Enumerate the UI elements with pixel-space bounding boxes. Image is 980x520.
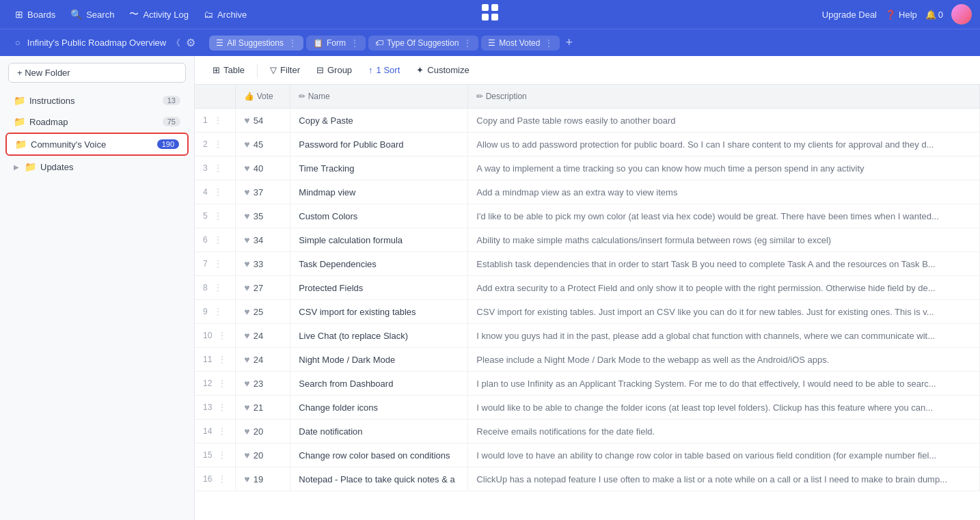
table-view-btn[interactable]: ⊞ Table bbox=[206, 61, 251, 79]
row-num-header bbox=[195, 85, 236, 109]
name-cell[interactable]: Password for Public Board bbox=[290, 133, 468, 156]
row-index-cell: 15 ⋮ bbox=[195, 443, 236, 467]
table-row[interactable]: 13 ⋮ ♥ 21 Change folder icons I would li… bbox=[195, 396, 980, 420]
drag-handle-icon[interactable]: ⋮ bbox=[213, 115, 223, 126]
name-cell[interactable]: Custom Colors bbox=[290, 204, 468, 228]
row-number: 15 bbox=[203, 450, 215, 460]
vote-count: 35 bbox=[254, 211, 263, 221]
add-view-btn[interactable]: + bbox=[565, 36, 573, 50]
name-header-label: Name bbox=[308, 92, 330, 101]
sidebar-item-updates[interactable]: ▶ 📁 Updates bbox=[5, 156, 189, 177]
name-cell[interactable]: Change row color based on conditions bbox=[290, 443, 468, 467]
filter-btn[interactable]: ▽ Filter bbox=[263, 61, 307, 79]
table-row[interactable]: 5 ⋮ ♥ 35 Custom Colors I'd like to be ab… bbox=[195, 204, 980, 228]
boards-nav-btn[interactable]: ⊞ Boards bbox=[8, 5, 62, 23]
table-row[interactable]: 8 ⋮ ♥ 27 Protected Fields Add extra secu… bbox=[195, 276, 980, 300]
row-number: 1 bbox=[203, 115, 210, 125]
customize-btn[interactable]: ✦ Customize bbox=[409, 61, 476, 79]
row-number: 16 bbox=[203, 474, 215, 484]
table-row[interactable]: 7 ⋮ ♥ 33 Task Dependencies Establish tas… bbox=[195, 252, 980, 276]
heart-icon: ♥ bbox=[244, 258, 249, 269]
name-cell[interactable]: Copy & Paste bbox=[290, 109, 468, 133]
vote-column-header[interactable]: 👍 Vote bbox=[236, 85, 290, 109]
name-cell[interactable]: Night Mode / Dark Mode bbox=[290, 348, 468, 372]
vote-count: 27 bbox=[254, 283, 263, 293]
sort-btn[interactable]: ↑ 1 Sort bbox=[362, 61, 407, 79]
table-row[interactable]: 15 ⋮ ♥ 20 Change row color based on cond… bbox=[195, 443, 980, 467]
tab-most-voted[interactable]: ☰ Most Voted ⋮ bbox=[481, 36, 560, 51]
table-row[interactable]: 12 ⋮ ♥ 23 Search from Dashboard I plan t… bbox=[195, 372, 980, 396]
row-number: 5 bbox=[203, 211, 210, 221]
name-cell[interactable]: Task Dependencies bbox=[290, 252, 468, 276]
tab-form[interactable]: 📋 Form ⋮ bbox=[306, 36, 366, 51]
drag-handle-icon[interactable]: ⋮ bbox=[217, 378, 227, 389]
vote-count: 34 bbox=[254, 235, 263, 245]
drag-handle-icon[interactable]: ⋮ bbox=[217, 402, 227, 413]
notifications-btn[interactable]: 🔔 0 bbox=[925, 10, 943, 20]
name-cell[interactable]: Protected Fields bbox=[290, 276, 468, 300]
table-row[interactable]: 2 ⋮ ♥ 45 Password for Public Board Allow… bbox=[195, 133, 980, 156]
svg-rect-2 bbox=[482, 14, 489, 20]
drag-handle-icon[interactable]: ⋮ bbox=[213, 234, 223, 245]
drag-handle-icon[interactable]: ⋮ bbox=[213, 258, 223, 269]
drag-handle-icon[interactable]: ⋮ bbox=[213, 163, 223, 174]
table-row[interactable]: 10 ⋮ ♥ 24 Live Chat (to replace Slack) I… bbox=[195, 324, 980, 348]
workspace-settings-icon[interactable]: ⚙ bbox=[186, 36, 195, 49]
description-cell: Receive emails notifications for the dat… bbox=[468, 420, 980, 443]
search-nav-btn[interactable]: 🔍 Search bbox=[64, 5, 121, 23]
collapse-sidebar-btn[interactable]: 《 bbox=[172, 37, 180, 49]
table-row[interactable]: 14 ⋮ ♥ 20 Date notification Receive emai… bbox=[195, 420, 980, 443]
main-layout: + New Folder 📁 Instructions 13 📁 Roadmap… bbox=[0, 56, 980, 520]
table-row[interactable]: 3 ⋮ ♥ 40 Time Tracking A way to implemen… bbox=[195, 156, 980, 180]
sidebar-item-instructions[interactable]: 📁 Instructions 13 bbox=[5, 90, 189, 111]
drag-handle-icon[interactable]: ⋮ bbox=[217, 426, 227, 437]
upgrade-btn[interactable]: Upgrade Deal bbox=[822, 10, 877, 20]
name-cell[interactable]: Mindmap view bbox=[290, 180, 468, 204]
name-cell[interactable]: Change folder icons bbox=[290, 396, 468, 420]
all-suggestions-menu-icon: ⋮ bbox=[288, 38, 297, 48]
table-row[interactable]: 9 ⋮ ♥ 25 CSV import for existing tables … bbox=[195, 300, 980, 324]
tab-all-suggestions[interactable]: ☰ All Suggestions ⋮ bbox=[209, 36, 303, 51]
drag-handle-icon[interactable]: ⋮ bbox=[213, 210, 223, 221]
description-cell: A way to implement a time tracking so yo… bbox=[468, 156, 980, 180]
drag-handle-icon[interactable]: ⋮ bbox=[217, 330, 227, 341]
most-voted-icon: ☰ bbox=[488, 38, 495, 48]
activity-nav-btn[interactable]: 〜 Activity Log bbox=[122, 5, 195, 24]
table-row[interactable]: 11 ⋮ ♥ 24 Night Mode / Dark Mode Please … bbox=[195, 348, 980, 372]
sidebar-item-roadmap[interactable]: 📁 Roadmap 75 bbox=[5, 111, 189, 132]
drag-handle-icon[interactable]: ⋮ bbox=[213, 139, 223, 150]
name-cell[interactable]: Notepad - Place to take quick notes & a bbox=[290, 467, 468, 491]
user-avatar[interactable] bbox=[951, 4, 972, 25]
drag-handle-icon[interactable]: ⋮ bbox=[217, 354, 227, 365]
name-cell[interactable]: CSV import for existing tables bbox=[290, 300, 468, 324]
help-btn[interactable]: ❓ Help bbox=[885, 10, 917, 20]
name-column-header[interactable]: ✏ Name bbox=[290, 85, 468, 109]
group-btn[interactable]: ⊟ Group bbox=[310, 61, 359, 79]
tab-type-of-suggestion[interactable]: 🏷 Type Of Suggestion ⋮ bbox=[368, 36, 478, 51]
folder-icon: 📁 bbox=[15, 139, 27, 150]
name-cell[interactable]: Date notification bbox=[290, 420, 468, 443]
sidebar-items-list: 📁 Instructions 13 📁 Roadmap 75 📁 Communi… bbox=[0, 90, 194, 178]
drag-handle-icon[interactable]: ⋮ bbox=[213, 306, 223, 317]
name-cell[interactable]: Live Chat (to replace Slack) bbox=[290, 324, 468, 348]
table-row[interactable]: 4 ⋮ ♥ 37 Mindmap view Add a mindmap view… bbox=[195, 180, 980, 204]
drag-handle-icon[interactable]: ⋮ bbox=[213, 187, 223, 197]
drag-handle-icon[interactable]: ⋮ bbox=[217, 474, 227, 484]
description-column-header[interactable]: ✏ Description bbox=[468, 85, 980, 109]
archive-nav-btn[interactable]: 🗂 Archive bbox=[197, 5, 254, 23]
name-cell[interactable]: Simple calculation formula bbox=[290, 228, 468, 252]
table-row[interactable]: 1 ⋮ ♥ 54 Copy & Paste Copy and Paste tab… bbox=[195, 109, 980, 133]
vote-cell: ♥ 20 bbox=[236, 443, 290, 467]
table-row[interactable]: 16 ⋮ ♥ 19 Notepad - Place to take quick … bbox=[195, 467, 980, 491]
new-folder-btn[interactable]: + New Folder bbox=[8, 63, 186, 83]
sidebar-item-community-s-voice[interactable]: 📁 Community's Voice 190 bbox=[5, 133, 189, 156]
description-cell: Ability to make simple maths calculation… bbox=[468, 228, 980, 252]
drag-handle-icon[interactable]: ⋮ bbox=[213, 282, 223, 293]
description-cell: Allow us to add password protection for … bbox=[468, 133, 980, 156]
table-row[interactable]: 6 ⋮ ♥ 34 Simple calculation formula Abil… bbox=[195, 228, 980, 252]
description-cell: I plan to use Infinity as an Applicant T… bbox=[468, 372, 980, 396]
drag-handle-icon[interactable]: ⋮ bbox=[217, 450, 227, 461]
name-cell[interactable]: Search from Dashboard bbox=[290, 372, 468, 396]
row-index-cell: 2 ⋮ bbox=[195, 133, 236, 156]
name-cell[interactable]: Time Tracking bbox=[290, 156, 468, 180]
